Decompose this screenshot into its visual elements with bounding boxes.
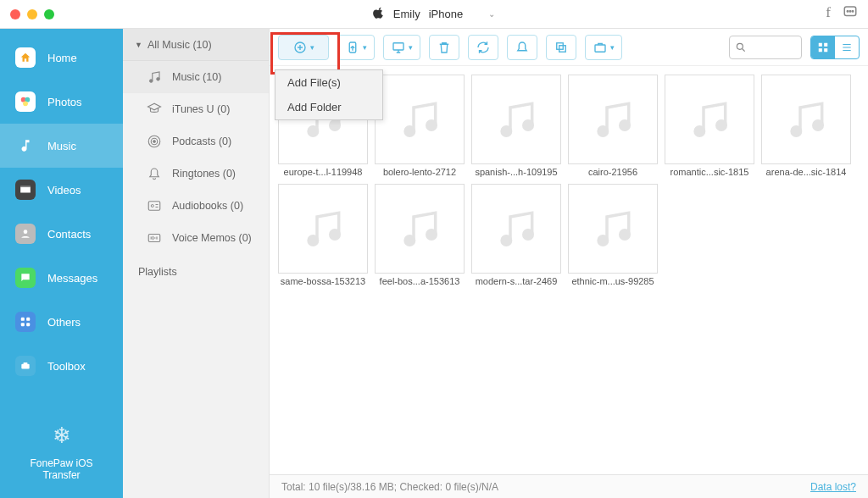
category-item-itunesu[interactable]: iTunes U (0) — [123, 93, 269, 125]
svg-point-52 — [522, 229, 534, 241]
svg-point-1 — [847, 11, 849, 13]
search-icon — [735, 42, 747, 53]
list-view-button[interactable] — [835, 36, 859, 58]
sidebar-item-others[interactable]: Others — [0, 300, 123, 344]
refresh-button[interactable] — [468, 35, 498, 60]
category-sidebar: ▼ All Music (10) Music (10) iTunes U (0)… — [123, 29, 270, 498]
svg-rect-14 — [21, 364, 29, 369]
briefcase-icon — [593, 40, 608, 55]
file-item[interactable]: feel-bos...a-153613 — [375, 184, 465, 286]
home-icon — [15, 47, 36, 68]
category-item-ringtones[interactable]: Ringtones (0) — [123, 158, 269, 190]
status-text: Total: 10 file(s)/38.16 MB; Checked: 0 f… — [281, 481, 498, 493]
file-item[interactable]: same-bossa-153213 — [278, 184, 368, 286]
svg-rect-7 — [20, 187, 31, 193]
svg-rect-21 — [148, 202, 160, 211]
feedback-icon[interactable] — [843, 4, 858, 24]
svg-rect-27 — [557, 42, 564, 49]
close-window-button[interactable] — [10, 9, 20, 19]
sidebar-item-label: Videos — [47, 184, 81, 196]
file-thumbnail — [568, 75, 658, 164]
export-to-device-button[interactable]: ▾ — [337, 35, 375, 60]
svg-point-9 — [24, 230, 28, 234]
category-header[interactable]: ▼ All Music (10) — [123, 29, 269, 61]
facebook-icon[interactable]: f — [826, 4, 831, 24]
search-input[interactable] — [750, 42, 793, 53]
category-item-podcasts[interactable]: Podcasts (0) — [123, 125, 269, 158]
file-item[interactable]: romantic...sic-1815 — [665, 75, 754, 177]
trash-icon — [437, 40, 452, 55]
svg-rect-33 — [819, 48, 822, 52]
window-controls — [10, 9, 54, 19]
file-name: spanish-...h-109195 — [471, 167, 561, 177]
file-thumbnail — [568, 184, 658, 274]
svg-point-53 — [597, 235, 609, 246]
app-name: FonePaw iOS Transfer — [17, 457, 106, 481]
fullscreen-window-button[interactable] — [44, 9, 54, 19]
plus-circle-icon — [292, 40, 308, 55]
delete-button[interactable] — [429, 35, 459, 60]
device-selector[interactable]: Emily iPhone ⌄ — [373, 7, 495, 21]
file-item[interactable]: modern-s...tar-2469 — [471, 184, 561, 286]
contacts-icon — [15, 224, 36, 244]
export-to-pc-button[interactable]: ▾ — [383, 35, 420, 60]
svg-rect-8 — [20, 185, 31, 187]
collapse-icon: ▼ — [135, 41, 142, 49]
file-item[interactable]: cairo-21956 — [568, 75, 658, 177]
svg-point-43 — [693, 125, 705, 137]
playlists-section-label: Playlists — [123, 254, 269, 278]
search-box[interactable] — [729, 36, 802, 59]
data-lost-link[interactable]: Data lost? — [810, 481, 856, 493]
file-item[interactable]: arena-de...sic-1814 — [761, 75, 851, 177]
svg-point-51 — [500, 235, 512, 246]
add-button[interactable]: ▾ — [278, 35, 329, 60]
sidebar-item-videos[interactable]: Videos — [0, 168, 123, 212]
file-name: modern-s...tar-2469 — [471, 276, 561, 286]
toolbox-icon — [15, 356, 36, 376]
svg-rect-15 — [24, 362, 28, 364]
grid-view-button[interactable] — [811, 36, 835, 58]
sidebar-item-messages[interactable]: Messages — [0, 256, 123, 300]
sidebar-item-contacts[interactable]: Contacts — [0, 212, 123, 256]
file-item[interactable]: bolero-lento-2712 — [375, 75, 465, 177]
svg-rect-34 — [824, 48, 827, 52]
music-note-icon — [147, 69, 162, 85]
file-item[interactable]: ethnic-m...us-99285 — [568, 184, 658, 286]
sidebar-item-music[interactable]: Music — [0, 124, 123, 168]
sidebar-item-label: Music — [47, 140, 76, 152]
category-item-voicememos[interactable]: Voice Memos (0) — [123, 222, 269, 254]
grid-icon — [817, 42, 829, 53]
svg-rect-28 — [559, 45, 566, 52]
dedupe-button[interactable] — [546, 35, 576, 60]
file-name: cairo-21956 — [568, 167, 658, 177]
sidebar-item-home[interactable]: Home — [0, 36, 123, 80]
svg-point-50 — [426, 229, 437, 241]
file-name: bolero-lento-2712 — [375, 167, 465, 177]
apple-icon — [373, 7, 385, 21]
file-name: same-bossa-153213 — [278, 276, 368, 286]
sidebar-item-toolbox[interactable]: Toolbox — [0, 344, 123, 388]
export-pc-icon — [391, 40, 406, 55]
file-thumbnail — [375, 184, 465, 274]
svg-point-37 — [403, 125, 415, 137]
sidebar-footer: ❄ FonePaw iOS Transfer — [0, 406, 123, 498]
dropdown-caret-icon: ▾ — [310, 43, 314, 52]
list-icon — [841, 42, 853, 53]
svg-rect-13 — [26, 323, 30, 326]
sidebar-item-photos[interactable]: Photos — [0, 80, 123, 124]
audiobook-icon — [147, 198, 162, 213]
category-item-audiobooks[interactable]: Audiobooks (0) — [123, 190, 269, 222]
add-dropdown-menu: Add File(s) Add Folder — [275, 69, 383, 120]
svg-point-49 — [403, 235, 415, 246]
content-area: ▾ Add File(s) Add Folder ▾ ▾ — [270, 29, 868, 498]
copy-icon — [554, 40, 569, 55]
add-folder-menuitem[interactable]: Add Folder — [275, 95, 382, 119]
category-item-music[interactable]: Music (10) — [123, 61, 269, 93]
toolbox-button[interactable]: ▾ — [585, 35, 622, 60]
minimize-window-button[interactable] — [27, 9, 37, 19]
titlebar: Emily iPhone ⌄ f — [0, 0, 868, 29]
svg-point-47 — [307, 235, 319, 246]
add-files-menuitem[interactable]: Add File(s) — [275, 70, 382, 95]
ringtone-button[interactable] — [507, 35, 537, 60]
file-item[interactable]: spanish-...h-109195 — [471, 75, 561, 177]
